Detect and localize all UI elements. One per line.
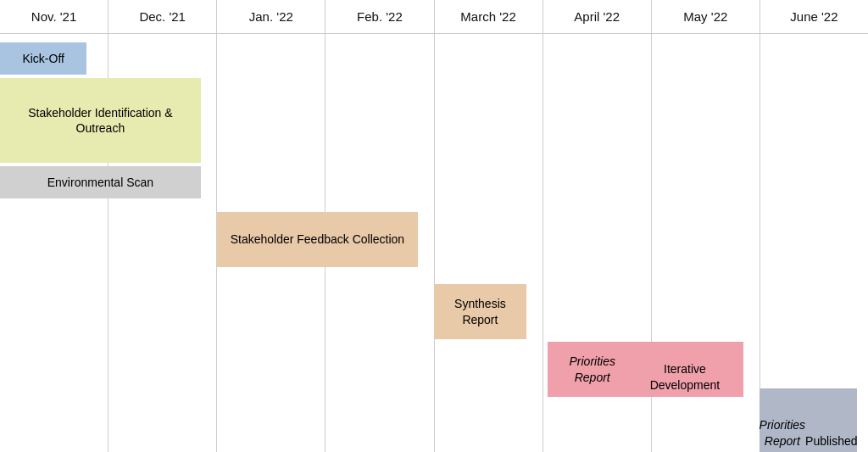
- bar-synthesis-report: Synthesis Report: [434, 284, 526, 339]
- bar-stakeholder-id: Stakeholder Identification & Outreach: [0, 78, 201, 163]
- grid-col-4: [435, 34, 543, 452]
- col-june: June '22: [760, 0, 868, 33]
- col-march: March '22: [435, 0, 543, 33]
- bar-stakeholder-feedback: Stakeholder Feedback Collection: [217, 212, 418, 267]
- bar-priorities-report-published: PrioritiesReportPublished: [760, 388, 857, 452]
- bar-priorities-report-iterative: Priorities ReportIterative Development: [548, 342, 743, 397]
- bar-env-scan: Environmental Scan: [0, 166, 201, 198]
- col-april: April '22: [543, 0, 652, 33]
- header-row: Nov. '21 Dec. '21 Jan. '22 Feb. '22 Marc…: [0, 0, 868, 34]
- col-dec: Dec. '21: [108, 0, 217, 33]
- col-jan: Jan. '22: [217, 0, 326, 33]
- grid-body: Kick-OffStakeholder Identification & Out…: [0, 34, 868, 452]
- gantt-chart: Nov. '21 Dec. '21 Jan. '22 Feb. '22 Marc…: [0, 0, 868, 452]
- col-may: May '22: [652, 0, 760, 33]
- col-nov: Nov. '21: [0, 0, 108, 33]
- bar-kick-off: Kick-Off: [0, 42, 86, 75]
- col-feb: Feb. '22: [326, 0, 434, 33]
